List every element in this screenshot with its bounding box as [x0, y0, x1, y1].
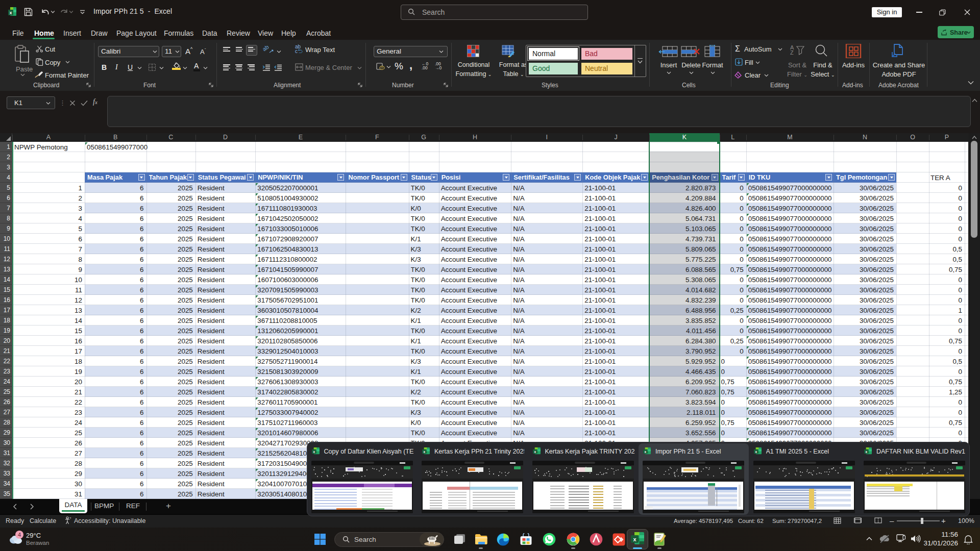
svg-text:x: x	[644, 450, 646, 454]
svg-text:x: x	[423, 450, 425, 454]
svg-text:x: x	[633, 536, 636, 542]
svg-text:x: x	[865, 450, 867, 454]
svg-text:x: x	[534, 450, 536, 454]
svg-text:x: x	[755, 450, 757, 454]
svg-text:?: ?	[69, 517, 71, 520]
svg-text:x: x	[313, 450, 315, 454]
svg-text:x: x	[9, 10, 12, 15]
